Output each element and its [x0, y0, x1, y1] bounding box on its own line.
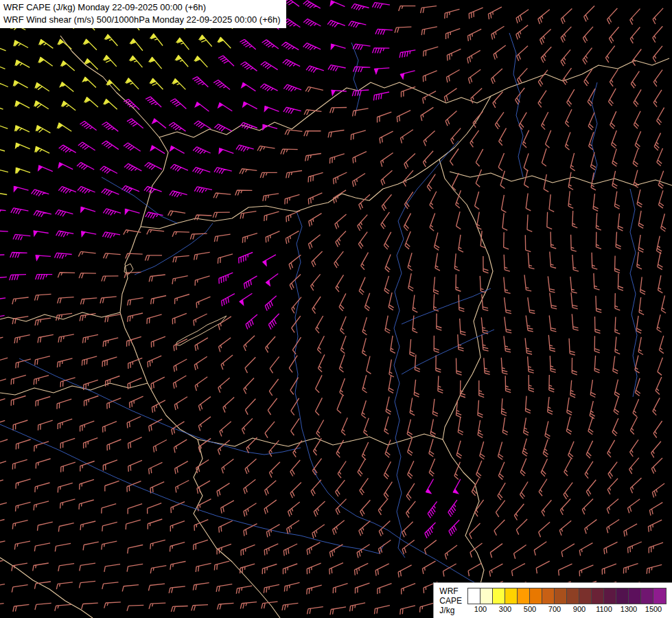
legend-tick: 300: [499, 605, 511, 613]
legend-swatch: [579, 588, 592, 604]
legend-swatch: [604, 588, 616, 604]
legend-swatch: [567, 588, 579, 604]
legend-colorbar-wrap: 100300500700900110013001500: [467, 588, 667, 614]
legend-tick: 1300: [621, 605, 637, 613]
legend-colorbar: [467, 588, 667, 604]
legend-ticks: 100300500700900110013001500: [467, 604, 667, 614]
legend-swatch: [616, 588, 629, 604]
legend-swatch: [555, 588, 567, 604]
legend-label-unit: J/kg: [439, 606, 462, 615]
legend-label-param: CAPE: [439, 596, 462, 606]
legend-swatch: [480, 588, 493, 604]
legend-swatch: [542, 588, 555, 604]
legend-tick: 700: [548, 605, 561, 613]
cape-legend: WRF CAPE J/kg 10030050070090011001300150…: [433, 582, 672, 618]
country-borders-layer: [0, 36, 672, 618]
legend-swatch: [653, 588, 666, 604]
legend-tick: 100: [474, 605, 487, 613]
legend-swatch: [493, 588, 505, 604]
lakes-layer: [124, 264, 227, 345]
weather-map: [0, 0, 672, 618]
title-line-cape: WRF CAPE (J/kg) Monday 22-09-2025 00:00 …: [3, 1, 281, 14]
weather-map-frame: WRF CAPE (J/kg) Monday 22-09-2025 00:00 …: [0, 0, 672, 618]
legend-tick: 1500: [645, 605, 662, 613]
wind-barbs-layer: [0, 0, 670, 615]
legend-swatch: [468, 588, 480, 604]
legend-label-block: WRF CAPE J/kg: [439, 586, 462, 615]
rivers-layer: [0, 33, 672, 603]
title-line-shear: WRF Wind shear (m/s) 500/1000hPa Monday …: [3, 14, 281, 26]
map-title-box: WRF CAPE (J/kg) Monday 22-09-2025 00:00 …: [0, 0, 286, 28]
legend-swatch: [641, 588, 653, 604]
legend-swatch: [518, 588, 530, 604]
legend-swatch: [629, 588, 641, 604]
legend-swatch: [505, 588, 518, 604]
legend-tick: 500: [524, 605, 536, 613]
legend-tick: 900: [573, 605, 586, 613]
legend-swatch: [530, 588, 542, 604]
legend-tick: 1100: [596, 605, 612, 613]
legend-label-model: WRF: [439, 586, 462, 596]
legend-swatch: [592, 588, 604, 604]
